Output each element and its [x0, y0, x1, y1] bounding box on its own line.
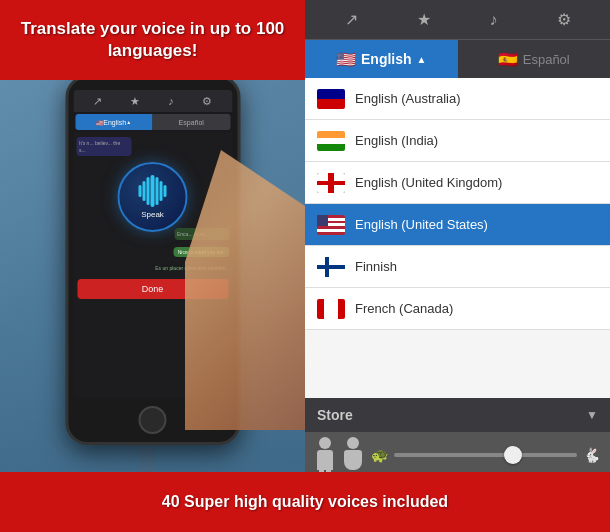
speak-waves [139, 175, 167, 207]
lang-name-french-canada: French (Canada) [355, 301, 453, 316]
lang-item-australia[interactable]: English (Australia) [305, 78, 610, 120]
top-banner: Translate your voice in up to 100 langua… [0, 0, 305, 80]
star-icon: ★ [130, 95, 140, 108]
flag-australia [317, 89, 345, 109]
flag-finland [317, 257, 345, 277]
right-toolbar: ↗ ★ ♪ ⚙ [305, 0, 610, 40]
screen-lang-bar: 🇺🇸 English ▲ Español [73, 112, 232, 132]
settings-toolbar-icon[interactable]: ⚙ [557, 10, 571, 29]
voice-slider-thumb[interactable] [504, 446, 522, 464]
top-banner-text: Translate your voice in up to 100 langua… [0, 18, 305, 62]
lang-item-french-canada[interactable]: French (Canada) [305, 288, 610, 330]
share-toolbar-icon[interactable]: ↗ [345, 10, 358, 29]
flag-canada [317, 299, 345, 319]
lang-item-finnish[interactable]: Finnish [305, 246, 610, 288]
left-panel: Translate your voice in up to 100 langua… [0, 0, 305, 532]
lang-name-india: English (India) [355, 133, 438, 148]
lang-name-us: English (United States) [355, 217, 488, 232]
store-label: Store [317, 407, 353, 423]
rabbit-icon: 🐇 [583, 447, 600, 463]
lang-name-uk: English (United Kingdom) [355, 175, 502, 190]
bottom-banner: 40 Super high quality voices included [0, 472, 610, 532]
phone-home-button[interactable] [139, 406, 167, 434]
settings-icon: ⚙ [202, 95, 212, 108]
person-male-icon[interactable] [315, 437, 335, 473]
turtle-icon: 🐢 [371, 447, 388, 463]
lang-tab-english-label: English [361, 51, 412, 67]
es-flag-tab: 🇪🇸 [498, 50, 518, 69]
screen-toolbar: ↗ ★ ♪ ⚙ [73, 90, 232, 112]
flag-india [317, 131, 345, 151]
flag-uk [317, 173, 345, 193]
bottom-banner-text: 40 Super high quality voices included [162, 493, 448, 511]
store-bar[interactable]: Store ▼ [305, 398, 610, 432]
voice-controls: 🐢 🐇 [305, 432, 610, 477]
right-panel: ↗ ★ ♪ ⚙ 🇺🇸 English ▲ 🇪🇸 Español English … [305, 0, 610, 532]
volume-icon: ♪ [168, 95, 174, 107]
flag-us [317, 215, 345, 235]
voice-slider[interactable] [394, 453, 577, 457]
lang-item-uk[interactable]: English (United Kingdom) [305, 162, 610, 204]
lang-tab-espanol[interactable]: 🇪🇸 Español [458, 40, 611, 78]
volume-toolbar-icon[interactable]: ♪ [490, 11, 498, 29]
lang-name-australia: English (Australia) [355, 91, 461, 106]
voice-speed-control: 🐢 🐇 [371, 447, 600, 463]
lang-tab-espanol-label: Español [523, 52, 570, 67]
lang-name-finnish: Finnish [355, 259, 397, 274]
lang-item-us[interactable]: English (United States) [305, 204, 610, 246]
person-female-icon[interactable] [343, 437, 363, 473]
lang-tab-english[interactable]: 🇺🇸 English ▲ [305, 40, 458, 78]
store-arrow-icon: ▼ [586, 408, 598, 422]
lang-selector-bar: 🇺🇸 English ▲ 🇪🇸 Español [305, 40, 610, 78]
lang-item-india[interactable]: English (India) [305, 120, 610, 162]
us-flag-tab: 🇺🇸 [336, 50, 356, 69]
speech-bubble-left: It's n... believ... the s... [76, 137, 131, 156]
speak-button[interactable]: Speak [118, 162, 188, 232]
screen-lang-english[interactable]: 🇺🇸 English ▲ [75, 114, 153, 130]
share-icon: ↗ [93, 95, 102, 108]
main-container: Translate your voice in up to 100 langua… [0, 0, 610, 532]
speak-label: Speak [141, 210, 164, 219]
lang-tab-arrow: ▲ [417, 54, 427, 65]
screen-lang-espanol[interactable]: Español [153, 114, 231, 130]
star-toolbar-icon[interactable]: ★ [417, 10, 431, 29]
language-list: English (Australia) English (India) Engl… [305, 78, 610, 398]
